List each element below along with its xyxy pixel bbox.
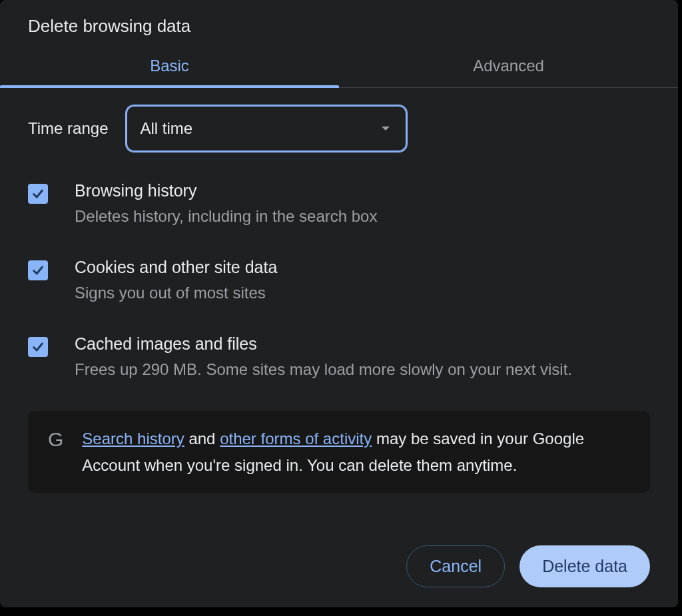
tabs: Basic Advanced: [0, 57, 678, 88]
option-text: Cookies and other site data Signs you ou…: [75, 258, 650, 305]
option-title: Cookies and other site data: [75, 258, 650, 277]
check-icon: [31, 340, 45, 354]
options-list: Browsing history Deletes history, includ…: [0, 152, 678, 382]
info-text-mid: and: [184, 430, 220, 448]
time-range-label: Time range: [28, 119, 109, 138]
delete-browsing-data-dialog: Delete browsing data Basic Advanced Time…: [0, 0, 678, 607]
dialog-title: Delete browsing data: [0, 0, 678, 37]
check-icon: [31, 263, 45, 278]
time-range-row: Time range All time: [0, 88, 678, 152]
delete-data-button[interactable]: Delete data: [519, 545, 650, 587]
tab-advanced[interactable]: Advanced: [339, 57, 678, 87]
link-search-history[interactable]: Search history: [82, 430, 184, 448]
option-text: Browsing history Deletes history, includ…: [75, 181, 650, 228]
option-cached: Cached images and files Frees up 290 MB.…: [28, 334, 650, 382]
option-text: Cached images and files Frees up 290 MB.…: [75, 334, 650, 382]
option-title: Cached images and files: [75, 334, 650, 354]
google-account-info: G Search history and other forms of acti…: [28, 411, 650, 493]
tab-basic[interactable]: Basic: [0, 57, 339, 87]
check-icon: [31, 186, 45, 201]
checkbox-cached[interactable]: [28, 337, 48, 357]
option-cookies: Cookies and other site data Signs you ou…: [28, 258, 650, 305]
time-range-dropdown[interactable]: All time: [126, 105, 407, 152]
option-browsing-history: Browsing history Deletes history, includ…: [28, 181, 650, 228]
chevron-down-icon: [382, 127, 390, 131]
option-desc: Deletes history, including in the search…: [75, 204, 650, 228]
cancel-button[interactable]: Cancel: [406, 545, 505, 587]
checkbox-cookies[interactable]: [28, 260, 48, 280]
dialog-footer: Cancel Delete data: [406, 545, 650, 587]
google-g-icon: G: [48, 428, 63, 451]
option-desc: Frees up 290 MB. Some sites may load mor…: [75, 358, 650, 382]
link-other-activity[interactable]: other forms of activity: [220, 430, 372, 448]
option-desc: Signs you out of most sites: [75, 281, 650, 305]
checkbox-browsing-history[interactable]: [28, 184, 48, 204]
time-range-value: All time: [141, 119, 193, 138]
option-title: Browsing history: [75, 181, 650, 200]
info-text: Search history and other forms of activi…: [82, 426, 630, 478]
